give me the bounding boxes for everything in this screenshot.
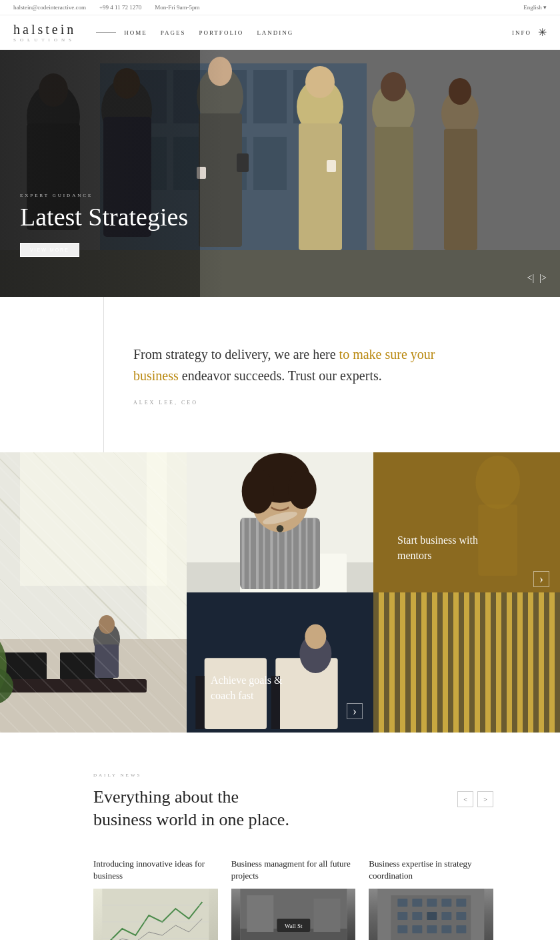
grid-lobby-image [0,452,187,733]
star-icon[interactable]: ✳ [538,26,547,39]
quote-text-before: From strategy to delivery, we are here [133,347,339,362]
news-card-2-image: Wall St [231,889,356,940]
svg-rect-96 [480,592,491,733]
logo-subtitle: solutions [13,37,76,43]
news-card-3: Business expertise in strategy coordinat… [369,858,493,940]
news-card-2: Business managment for all future projec… [231,858,356,940]
svg-rect-128 [427,912,437,920]
news-label: DAILY NEWS [93,773,493,778]
svg-rect-135 [457,925,467,933]
svg-point-48 [93,622,120,656]
top-bar-contact: halstein@codeinteractive.com +99 4 11 72… [13,4,200,11]
svg-line-39 [113,452,187,572]
news-navigation: < > [457,791,493,807]
svg-rect-34 [0,452,187,733]
svg-rect-89 [373,592,560,733]
nav-pages[interactable]: PAGES [155,27,191,39]
svg-rect-126 [398,912,408,920]
svg-rect-134 [442,925,452,933]
news-card-1-image [93,889,218,940]
svg-rect-10 [253,137,287,190]
svg-rect-125 [457,899,467,907]
hero-arrows: <| |> [527,273,547,284]
nav-landing[interactable]: LANDING [251,27,299,39]
svg-point-101 [511,656,529,678]
news-card-2-text: Business managment for all future projec… [231,858,356,889]
svg-rect-91 [391,592,402,733]
logo[interactable]: halstein solutions [13,22,76,43]
svg-rect-129 [442,912,452,920]
svg-rect-123 [427,899,437,907]
hero-prev-arrow[interactable]: <| [527,273,535,284]
mentor-card-text: Start business with mentors [397,533,484,563]
news-next-button[interactable]: > [477,791,493,807]
svg-point-75 [288,470,317,509]
svg-rect-64 [263,518,265,589]
news-card-3-image [369,889,493,940]
svg-rect-50 [95,644,119,678]
vertical-divider [103,297,104,452]
svg-rect-130 [457,912,467,920]
svg-text:Wall St: Wall St [285,923,303,929]
svg-rect-116 [313,899,340,932]
news-prev-button[interactable]: < [457,791,473,807]
news-card-3-title: Business expertise in strategy coordinat… [369,858,493,882]
hero-overlay [0,50,224,297]
nav-home[interactable]: HOME [119,27,153,39]
quote-author: ALEX LEE, CEO [133,400,453,406]
top-bar: halstein@codeinteractive.com +99 4 11 72… [0,0,560,15]
svg-rect-47 [0,679,147,692]
svg-point-31 [449,78,471,105]
svg-rect-95 [462,592,473,733]
svg-rect-124 [442,899,452,907]
main-nav: halstein solutions HOME PAGES PORTFOLIO … [0,15,560,50]
svg-rect-46 [60,652,113,692]
svg-rect-63 [256,518,259,589]
news-title: Everything about the business world in o… [93,786,293,831]
news-header: Everything about the business world in o… [93,786,493,831]
news-card-3-text: Business expertise in strategy coordinat… [369,858,493,889]
svg-point-53 [0,666,13,706]
nav-right: INFO ✳ [512,26,547,39]
svg-rect-69 [299,518,301,589]
quote-content: From strategy to delivery, we are here t… [0,297,560,452]
svg-rect-55 [147,452,187,639]
svg-rect-99 [533,592,544,733]
phone: +99 4 11 72 1270 [99,4,141,11]
svg-point-24 [305,66,335,98]
language-selector[interactable]: English ▾ [523,4,547,11]
svg-line-41 [0,532,187,733]
nav-links: HOME PAGES PORTFOLIO LANDING [96,27,512,39]
email: halstein@codeinteractive.com [13,4,86,11]
svg-rect-92 [409,592,419,733]
coach-card-text: Achieve goals & coach fast [211,673,297,703]
svg-point-88 [305,624,326,649]
grid-woman-image [187,452,373,592]
news-cards-grid: Introducing innovative ideas for busines… [93,858,493,940]
svg-rect-121 [398,899,408,907]
svg-rect-43 [20,452,167,586]
svg-rect-122 [413,899,423,907]
news-card-2-title: Business managment for all future projec… [231,858,356,882]
svg-rect-44 [0,639,187,733]
svg-rect-32 [444,129,477,250]
svg-rect-98 [515,592,526,733]
svg-line-35 [0,452,187,733]
grid-coach-card[interactable]: Achieve goals & coach fast › [187,592,373,733]
grid-mentor-card[interactable]: Start business with mentors › [373,452,560,592]
svg-line-103 [511,689,519,711]
svg-rect-93 [427,592,437,733]
hero-next-arrow[interactable]: |> [539,273,547,284]
svg-rect-132 [413,925,423,933]
nav-portfolio[interactable]: PORTFOLIO [193,27,249,39]
svg-rect-5 [253,70,287,123]
svg-rect-71 [313,518,315,589]
hero-cta-button[interactable]: VIEW MORE [20,243,79,257]
nav-info[interactable]: INFO [512,29,531,36]
news-card-1-title: Introducing innovative ideas for busines… [93,858,218,882]
grid-stripes-image [373,592,560,733]
hero-label: EXPERT GUIDANCE [20,193,188,198]
svg-rect-25 [299,123,342,250]
svg-line-104 [525,689,529,713]
svg-rect-21 [237,153,249,172]
